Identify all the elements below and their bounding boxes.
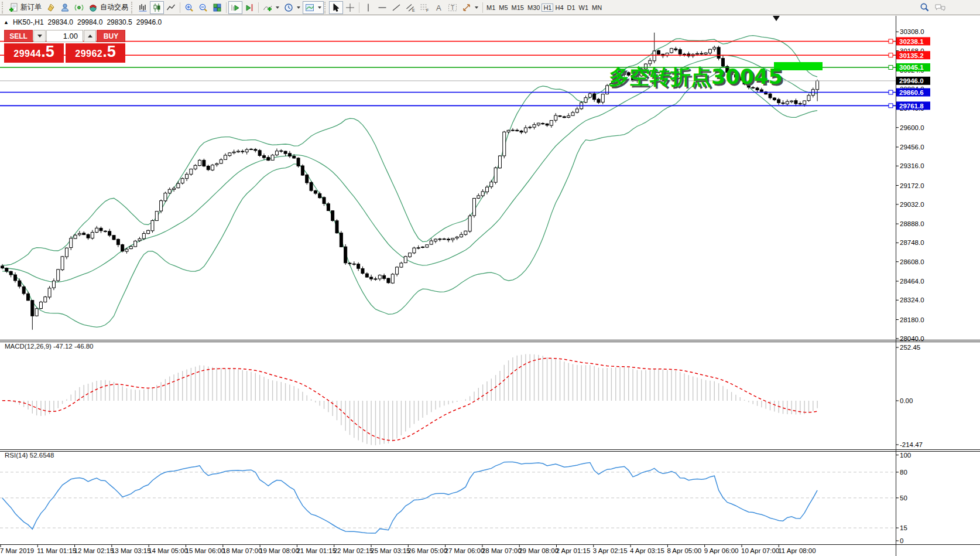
tile-windows-button[interactable] [210,1,224,14]
candle-body [352,264,355,264]
timeframe-button-m15[interactable]: M15 [510,4,526,12]
buy-price-frac: .5 [102,45,116,58]
timeframe-button-m30[interactable]: M30 [526,4,542,12]
zoom-in-button[interactable] [182,1,196,14]
candle-body [142,233,145,238]
new-order-button[interactable]: 新订单 [6,1,44,14]
time-axis[interactable]: 7 Mar 201911 Mar 01:1512 Mar 02:1513 Mar… [0,545,816,554]
price-tick-label: 29032.0 [900,201,924,208]
candle-body [108,231,111,236]
profiles-button[interactable] [58,1,72,14]
autotrading-button[interactable]: 自动交易 [86,1,131,14]
periods-button[interactable] [282,1,303,14]
candle-body [516,130,519,131]
candle-body [262,156,265,158]
timeframe-button-h4[interactable]: H4 [553,4,565,12]
price-tick-label: 29316.0 [900,162,924,169]
candle-body [777,100,780,103]
candle-body [112,236,115,240]
crosshair-button[interactable] [343,1,357,14]
chart-header: ▲ HK50-,H1 29834.0 29984.0 29830.5 29946… [4,18,162,26]
equidistant-channel-button[interactable]: E [403,1,417,14]
search-button[interactable] [917,1,932,14]
zoom-out-button[interactable] [196,1,210,14]
timeframe-button-m1[interactable]: M1 [485,4,497,12]
vertical-line-button[interactable] [361,1,375,14]
dropdown-caret-icon [276,6,279,9]
arrows-button[interactable] [460,1,481,14]
timeframe-button-mn[interactable]: MN [590,4,604,12]
cursor-button[interactable] [329,1,343,14]
auto-scroll-icon [231,3,240,12]
candle-body [713,47,716,49]
candle-body [129,247,132,249]
auto-scroll-button[interactable] [228,1,242,14]
horizontal-line-button[interactable] [375,1,389,14]
candle-body [683,54,686,54]
level-handle-icon[interactable] [889,90,893,94]
line-chart-button[interactable] [164,1,178,14]
candle-body [168,189,171,193]
candle-body [464,231,467,234]
bar-chart-button[interactable] [136,1,150,14]
new-order-icon [9,3,18,12]
rsi-tick-label: 80 [900,469,907,476]
sell-button[interactable]: SELL [4,30,33,42]
candle-body [241,151,244,152]
candle-body [323,197,325,204]
indicators-button[interactable] [261,1,282,14]
down-arrow-marker-icon[interactable] [773,16,780,21]
mt4-window: 新订单 自动交易 [0,0,980,556]
candle-body [18,281,21,286]
chart-annotation-text[interactable]: 多空转折点30045 [609,63,783,91]
sell-price-button[interactable]: 29944 .5 [4,43,64,63]
candle-body [271,155,274,161]
candle-body [447,239,450,240]
channel-icon: E [406,3,415,12]
arrow-up-icon [88,35,92,37]
timeframe-button-h1[interactable]: H1 [542,4,553,12]
chart-canvas[interactable]: 30308.030168.030024.029884.029740.029600… [0,0,980,556]
chat-button[interactable] [932,1,948,14]
timeframe-button-m5[interactable]: M5 [497,4,509,12]
toolbar: 新订单 自动交易 [0,0,980,15]
candlestick-chart-button[interactable] [150,1,164,14]
timeframe-group: M1M5M15M30H1H4D1W1MN [485,2,604,13]
fibonacci-button[interactable]: F [417,1,431,14]
text-t-letter: T [451,5,454,11]
candle-body [422,247,424,247]
buy-price-button[interactable]: 29962 .5 [66,43,125,63]
level-handle-icon[interactable] [889,104,893,108]
candlestick-icon [152,3,162,12]
metaeditor-button[interactable] [44,1,58,14]
text-button[interactable]: A [431,1,446,14]
timeframe-button-w1[interactable]: W1 [577,4,591,12]
buy-button[interactable]: BUY [97,30,125,42]
level-handle-icon[interactable] [889,53,893,57]
volume-increase-button[interactable] [84,30,96,42]
level-handle-icon[interactable] [889,65,893,69]
candle-body [100,228,102,230]
volume-decrease-button[interactable] [33,30,46,42]
candle-body [481,192,484,196]
templates-button[interactable] [303,1,324,14]
text-label-button[interactable]: T [446,1,460,14]
time-tick-label: 15 Mar 06:00 [186,547,225,554]
rsi-pane-label: RSI(14) 52.6548 [5,452,54,459]
volume-input[interactable] [46,30,83,42]
toolbar-separator [226,2,227,13]
candle-body [443,239,446,240]
timeframe-button-d1[interactable]: D1 [566,4,577,12]
candle-body [816,81,819,90]
candle-body [498,156,501,168]
price-axis[interactable]: 30308.030168.030024.029884.029740.029600… [896,28,930,544]
chart-shift-button[interactable] [242,1,256,14]
level-handle-icon[interactable] [889,39,893,43]
candle-body [567,116,570,118]
trendline-button[interactable] [389,1,403,14]
signals-button[interactable] [72,1,86,14]
candle-body [601,94,604,103]
price-tick-label: 29600.0 [900,124,924,131]
collapse-icon[interactable]: ▲ [4,19,9,25]
vertical-line-icon [364,3,373,12]
